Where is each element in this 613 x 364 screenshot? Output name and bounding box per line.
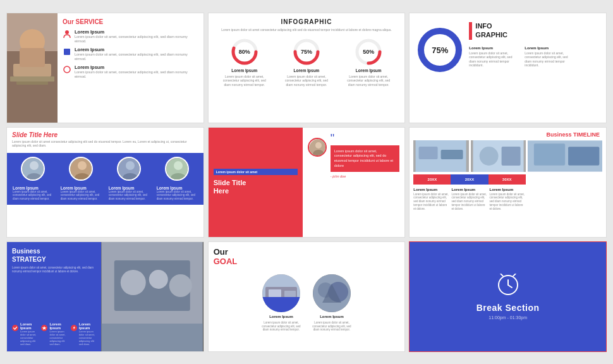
slide-8-circle-2: Lorem Ipsum Lorem ipsum dolor sit amet, … <box>310 274 354 332</box>
slide-8-circle-1: Lorem Ipsum Lorem ipsum dolor sit amet, … <box>259 274 303 332</box>
svg-point-7 <box>65 30 69 34</box>
slide-6-item-1: Lorem Ipsum Lorem ipsum dolor sit amet, … <box>413 188 449 211</box>
svg-point-19 <box>30 161 39 170</box>
quote-mark: " <box>331 133 400 144</box>
svg-point-31 <box>315 142 322 149</box>
slide-3-items: Lorem Ipsum Lorem ipsum dolor sit amet, … <box>469 46 601 68</box>
slide-2-desc: Lorem ipsum dolor sit amet consectetur a… <box>214 28 400 32</box>
slide-3-item-2: Lorem Ipsum Lorem ipsum dolor sit amet, … <box>525 46 575 68</box>
slide-9-title: Break Section <box>476 303 540 313</box>
slide-1-item-2: Lorem Ipsum Lorem ipsum dolor sit amet, … <box>63 47 198 61</box>
slide-8-img-2 <box>313 274 351 312</box>
circle-icon <box>63 65 71 74</box>
svg-point-37 <box>479 147 498 166</box>
svg-point-42 <box>12 325 18 331</box>
slide-7-left: Business STRATEGY Lorem ipsum dolor sit … <box>7 242 101 351</box>
slide-6-header: Business TIMELINE <box>413 131 602 138</box>
slide-9: Break Section 11:00pm - 01:30pm <box>409 241 607 352</box>
slide-4-circle-img-4 <box>165 157 189 181</box>
person-icon <box>63 30 71 39</box>
slide-4-bot-3: Lorem Ipsum Lorem ipsum dolor sit amet, … <box>109 186 150 202</box>
slide-7-bot-1: Lorem Ipsum Lorem ipsum dolor sit amet, … <box>12 322 37 346</box>
svg-rect-8 <box>64 49 70 55</box>
slide-4-bot-1: Lorem Ipsum Lorem ipsum dolor sit amet, … <box>13 186 54 202</box>
slide-1-item-3: Lorem Ipsum Lorem ipsum dolor sit amet, … <box>63 64 198 79</box>
slide-2-circle-2: 75% Lorem Ipsum Lorem ipsum dolor sit am… <box>281 37 332 87</box>
slide-7-bot-3: Lorem Ipsum Lorem ipsum dolor sit amet, … <box>71 322 96 346</box>
slide-8: Our GOAL Lorem Ipsum Lorem ipsum dolor s… <box>208 241 406 352</box>
slide-7-image-overlay <box>101 242 203 351</box>
svg-line-61 <box>501 274 503 276</box>
slide-2: INFOGRAPHIC Lorem ipsum dolor sit amet c… <box>208 13 406 123</box>
slide-8-img-1-overlay <box>262 297 300 312</box>
slide-4-circles-row <box>7 153 203 183</box>
slide-6-items: Lorem Ipsum Lorem ipsum dolor sit amet, … <box>413 188 525 211</box>
slide-4: Slide Title Here Lorem ipsum dolor sit a… <box>6 127 204 238</box>
slide-8-title: Our GOAL <box>214 247 238 267</box>
box-icon <box>63 47 71 56</box>
slide-5: Lorem ipsum dolor sit amet Slide Title H… <box>208 127 406 238</box>
slide-1-item-1: Lorem Ipsum Lorem ipsum dolor sit amet, … <box>63 29 198 44</box>
slide-2-circle-3: 50% Lorem Ipsum Lorem ipsum dolor sit am… <box>343 37 394 87</box>
slide-6-bar-3: 30XX <box>489 174 526 185</box>
svg-rect-6 <box>20 48 45 67</box>
slide-5-quote: Lorem ipsum dolor sit amet, consectetur … <box>331 145 400 173</box>
clock-icon <box>497 274 519 299</box>
svg-point-25 <box>126 161 135 170</box>
checkmark-icon <box>12 322 18 329</box>
slide-8-img-1 <box>262 274 300 312</box>
slide-1-title: Our SERVICE <box>63 18 198 25</box>
slide-3-left: 75% <box>415 18 465 75</box>
slide-7-bottom: Lorem Ipsum Lorem ipsum dolor sit amet, … <box>12 322 96 346</box>
slide-3-accent-bar <box>469 22 472 40</box>
slide-1-item-3-text: Lorem Ipsum Lorem ipsum dolor sit amet, … <box>75 64 198 79</box>
slide-4-circle-1 <box>21 157 45 181</box>
slide-5-left: Lorem ipsum dolor sit amet Slide Title H… <box>209 128 303 237</box>
slide-4-bot-2: Lorem Ipsum Lorem ipsum dolor sit amet, … <box>61 186 102 202</box>
slide-4-circle-img-2 <box>69 157 93 181</box>
svg-rect-4 <box>16 82 48 85</box>
slide-4-bot-4: Lorem Ipsum Lorem ipsum dolor sit amet, … <box>157 186 198 202</box>
svg-point-22 <box>78 161 87 170</box>
svg-rect-55 <box>284 291 296 297</box>
slide-6: Business TIMELINE 20XX 20XX 30XX <box>409 127 607 238</box>
svg-rect-34 <box>419 147 438 159</box>
donut-80: 80% <box>230 37 259 66</box>
slide-4-circle-2 <box>69 157 93 181</box>
slide-7-bot-2: Lorem Ipsum Lorem ipsum dolor sit amet, … <box>41 322 66 346</box>
slide-2-circle-1: 80% Lorem Ipsum Lorem ipsum dolor sit am… <box>219 37 270 87</box>
slide-1-item-1-text: Lorem Ipsum Lorem ipsum dolor sit amet, … <box>75 29 198 44</box>
slide-6-img-2 <box>471 140 526 172</box>
slide-4-top: Slide Title Here Lorem ipsum dolor sit a… <box>7 128 203 150</box>
svg-point-9 <box>64 66 70 73</box>
slide-5-right: " Lorem ipsum dolor sit amet, consectetu… <box>303 128 405 237</box>
svg-rect-54 <box>269 289 281 297</box>
svg-point-28 <box>174 161 183 170</box>
slide-6-bar-1: 20XX <box>413 174 451 185</box>
slide-3-header: INFO GRAPHIC <box>469 22 601 40</box>
slide-4-bottom: Lorem Ipsum Lorem ipsum dolor sit amet, … <box>7 183 203 205</box>
slide-6-bars: 20XX 20XX 30XX <box>413 174 525 185</box>
slide-6-bar-2: 20XX <box>451 174 488 185</box>
donut-50: 50% <box>354 37 383 66</box>
lightning-icon <box>71 322 77 329</box>
slide-4-title: Slide Title Here <box>12 131 198 138</box>
slide-4-circle-img-3 <box>117 157 141 181</box>
slide-4-circle-3 <box>117 157 141 181</box>
svg-rect-40 <box>534 143 565 165</box>
slide-6-images <box>413 140 525 172</box>
svg-rect-35 <box>441 150 463 159</box>
slide-4-circle-img-1 <box>21 157 45 181</box>
slide-1-content: Our SERVICE Lorem Ipsum Lorem ipsum dolo… <box>58 13 203 123</box>
slide-6-img-1 <box>413 140 468 172</box>
slide-3-item-1: Lorem Ipsum Lorem ipsum dolor sit amet, … <box>469 46 519 68</box>
slide-6-title: Business TIMELINE <box>546 131 600 138</box>
slide-8-circles: Lorem Ipsum Lorem ipsum dolor sit amet, … <box>214 274 400 332</box>
slide-7-image <box>101 242 203 351</box>
slide-3: 75% INFO GRAPHIC Lorem Ipsum Lorem ipsum… <box>409 13 607 123</box>
slide-4-circle-4 <box>165 157 189 181</box>
donut-75: 75% <box>292 37 321 66</box>
slide-9-time: 11:00pm - 01:30pm <box>489 315 527 320</box>
slide-3-right: INFO GRAPHIC Lorem Ipsum Lorem ipsum dol… <box>469 18 601 68</box>
svg-rect-38 <box>501 147 520 166</box>
